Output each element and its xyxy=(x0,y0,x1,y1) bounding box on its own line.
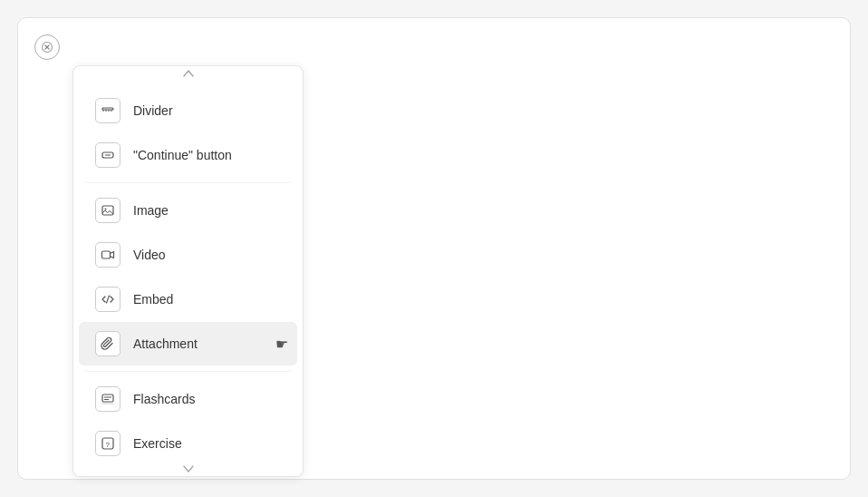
continue-button-icon xyxy=(95,142,121,168)
svg-rect-7 xyxy=(102,206,113,215)
menu-item-attachment-label: Attachment xyxy=(133,336,198,351)
divider-icon xyxy=(95,98,121,123)
menu-item-flashcards[interactable]: Flashcards xyxy=(79,377,297,421)
menu-item-attachment[interactable]: Attachment ☛ xyxy=(79,322,297,365)
exercise-icon: ? xyxy=(95,431,121,456)
svg-rect-3 xyxy=(102,108,113,110)
menu-item-video-label: Video xyxy=(133,248,166,262)
image-icon xyxy=(95,198,121,223)
main-container: Divider "Continue" button xyxy=(17,17,851,480)
menu-item-video[interactable]: Video xyxy=(79,233,297,277)
menu-item-image[interactable]: Image xyxy=(79,189,297,232)
menu-item-divider[interactable]: Divider xyxy=(79,89,297,132)
flashcards-icon xyxy=(95,386,121,412)
menu-item-continue-button[interactable]: "Continue" button xyxy=(79,133,297,177)
scroll-up-arrow[interactable] xyxy=(73,66,303,81)
menu-item-continue-button-label: "Continue" button xyxy=(133,148,232,162)
menu-item-image-label: Image xyxy=(133,203,169,218)
attachment-icon xyxy=(95,331,121,356)
menu-item-embed[interactable]: Embed xyxy=(79,278,297,321)
svg-point-8 xyxy=(105,209,107,210)
svg-text:?: ? xyxy=(106,441,111,449)
menu-item-exercise-label: Exercise xyxy=(133,436,182,451)
separator-2 xyxy=(84,371,292,372)
separator-1 xyxy=(84,182,292,183)
menu-item-exercise[interactable]: ? Exercise xyxy=(79,422,297,462)
embed-icon xyxy=(95,287,121,312)
context-menu-panel: Divider "Continue" button xyxy=(72,65,304,477)
close-button[interactable] xyxy=(34,34,60,60)
menu-item-divider-label: Divider xyxy=(133,103,173,118)
hover-cursor: ☛ xyxy=(275,336,288,353)
menu-item-embed-label: Embed xyxy=(133,292,173,307)
menu-scroll-area[interactable]: Divider "Continue" button xyxy=(73,81,303,462)
scroll-down-arrow[interactable] xyxy=(73,462,303,476)
svg-rect-9 xyxy=(102,251,111,258)
svg-rect-11 xyxy=(102,395,113,402)
video-icon xyxy=(95,242,121,268)
menu-item-flashcards-label: Flashcards xyxy=(133,392,195,406)
svg-line-10 xyxy=(107,296,110,303)
